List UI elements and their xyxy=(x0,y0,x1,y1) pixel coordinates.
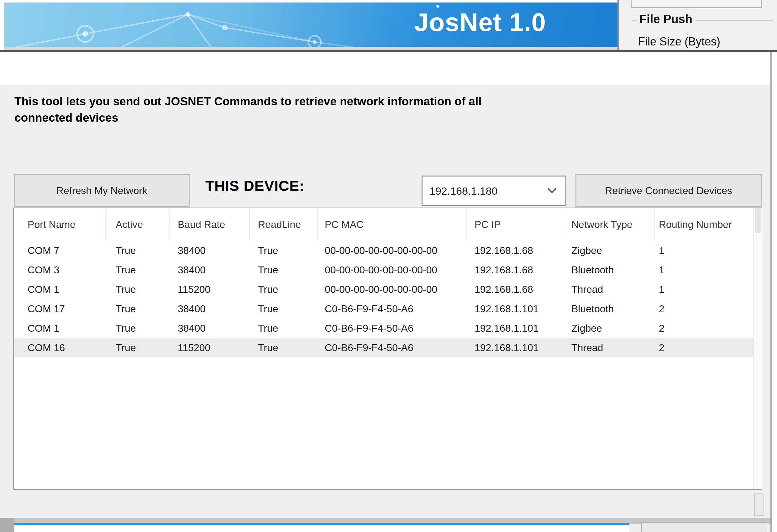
table-cell: True xyxy=(250,319,318,338)
clipped-control xyxy=(631,0,762,8)
app-banner: JosNet 1.0 xyxy=(4,3,618,48)
table-cell: COM 16 xyxy=(14,338,106,357)
table-cell: COM 17 xyxy=(14,299,106,319)
table-cell: True xyxy=(106,241,170,260)
table-row[interactable]: COM 7True38400True00-00-00-00-00-00-00-0… xyxy=(14,241,754,260)
table-cell: 115200 xyxy=(170,280,250,299)
table-cell: C0-B6-F9-F4-50-A6 xyxy=(318,299,467,319)
table-cell: 192.168.1.101 xyxy=(467,319,563,338)
column-header[interactable]: PC IP xyxy=(467,208,563,241)
table-cell: 38400 xyxy=(170,299,250,319)
table-cell: True xyxy=(106,319,170,338)
table-cell: 192.168.1.68 xyxy=(467,260,563,280)
dialog-right-border xyxy=(770,52,772,532)
table-cell: 2 xyxy=(655,338,754,357)
table-cell: True xyxy=(250,241,318,260)
app-title: JosNet 1.0 xyxy=(414,8,546,37)
table-cell: Bluetooth xyxy=(563,260,655,280)
table-cell: 192.168.1.68 xyxy=(467,241,563,260)
table-cell: 1 xyxy=(655,260,754,280)
table-cell: 38400 xyxy=(170,260,250,280)
file-push-label: File Push xyxy=(636,13,695,26)
table-header-row: Port NameActiveBaud RateReadLinePC MACPC… xyxy=(14,208,732,241)
column-header[interactable]: Port Name xyxy=(14,208,106,241)
device-ip-combobox[interactable]: 192.168.1.180 xyxy=(422,176,566,206)
table-cell: 1 xyxy=(655,241,754,260)
banner-bottom-strip xyxy=(4,47,618,50)
device-list: Port NameActiveBaud RateReadLinePC MACPC… xyxy=(13,208,762,490)
table-cell: 2 xyxy=(655,299,754,319)
bottom-left-block xyxy=(0,518,14,532)
table-row[interactable]: COM 16True115200TrueC0-B6-F9-F4-50-A6192… xyxy=(14,338,754,357)
vertical-scrollbar[interactable] xyxy=(754,208,762,489)
table-cell: 38400 xyxy=(170,319,250,338)
scrollbar-thumb[interactable] xyxy=(755,208,761,233)
table-cell: True xyxy=(250,280,318,299)
table-cell: 2 xyxy=(655,319,754,338)
column-header[interactable]: PC MAC xyxy=(318,208,467,241)
description-text: This tool lets you send out JOSNET Comma… xyxy=(14,93,481,126)
column-header[interactable]: ReadLine xyxy=(250,208,318,241)
chevron-down-icon[interactable] xyxy=(547,188,557,193)
table-cell: True xyxy=(250,260,318,280)
refresh-network-button[interactable]: Refresh My Network xyxy=(14,174,190,207)
table-cell: True xyxy=(106,260,170,280)
this-device-label: THIS DEVICE: xyxy=(205,178,304,194)
table-cell: True xyxy=(250,338,318,357)
window-separator xyxy=(0,50,777,52)
column-header[interactable]: Baud Rate xyxy=(170,208,250,241)
table-cell: 192.168.1.101 xyxy=(467,299,563,319)
table-cell: 00-00-00-00-00-00-00-00 xyxy=(318,241,467,260)
table-cell: True xyxy=(106,338,170,357)
table-cell: 00-00-00-00-00-00-00-00 xyxy=(318,280,467,299)
table-cell: 192.168.1.68 xyxy=(467,280,563,299)
table-cell: Bluetooth xyxy=(563,299,655,319)
table-cell: Zigbee xyxy=(563,319,655,338)
column-header[interactable]: Network Type xyxy=(563,208,655,241)
table-body: COM 7True38400True00-00-00-00-00-00-00-0… xyxy=(14,241,754,357)
table-row[interactable]: COM 17True38400TrueC0-B6-F9-F4-50-A6192.… xyxy=(14,299,754,319)
clipped-bottom-button[interactable] xyxy=(641,522,767,532)
table-cell: 00-00-00-00-00-00-00-00 xyxy=(318,260,467,280)
description-line2: connected devices xyxy=(14,110,481,126)
table-cell: C0-B6-F9-F4-50-A6 xyxy=(318,338,467,357)
table-row[interactable]: COM 1True38400TrueC0-B6-F9-F4-50-A6192.1… xyxy=(14,319,754,338)
table-cell: Thread xyxy=(563,280,655,299)
table-cell: COM 1 xyxy=(14,280,106,299)
column-header[interactable]: Active xyxy=(106,208,170,241)
table-cell: 192.168.1.101 xyxy=(467,338,563,357)
table-cell: COM 7 xyxy=(14,241,106,260)
table-cell: 38400 xyxy=(170,241,250,260)
device-ip-value: 192.168.1.180 xyxy=(429,177,497,205)
column-header[interactable]: Routing Number xyxy=(655,208,732,241)
table-cell: Zigbee xyxy=(563,241,655,260)
table-row[interactable]: COM 1True115200True00-00-00-00-00-00-00-… xyxy=(14,280,754,299)
table-cell: True xyxy=(106,299,170,319)
table-row[interactable]: COM 3True38400True00-00-00-00-00-00-00-0… xyxy=(14,260,754,280)
table-cell: 1 xyxy=(655,280,754,299)
table-cell: COM 1 xyxy=(14,319,106,338)
table-cell: COM 3 xyxy=(14,260,106,280)
scrollbar-fragment[interactable] xyxy=(754,494,764,516)
table-cell: C0-B6-F9-F4-50-A6 xyxy=(318,319,467,338)
description-line1: This tool lets you send out JOSNET Comma… xyxy=(14,93,481,110)
table-cell: True xyxy=(250,299,318,319)
file-size-label: File Size (Bytes) xyxy=(638,35,720,48)
table-cell: Thread xyxy=(563,338,655,357)
retrieve-devices-button[interactable]: Retrieve Connected Devices xyxy=(575,174,762,207)
dialog-titlebar: All Devices on Network ✕ xyxy=(0,52,771,85)
table-cell: True xyxy=(106,280,170,299)
clipped-focused-textbox[interactable] xyxy=(14,523,629,532)
table-cell: 115200 xyxy=(170,338,250,357)
